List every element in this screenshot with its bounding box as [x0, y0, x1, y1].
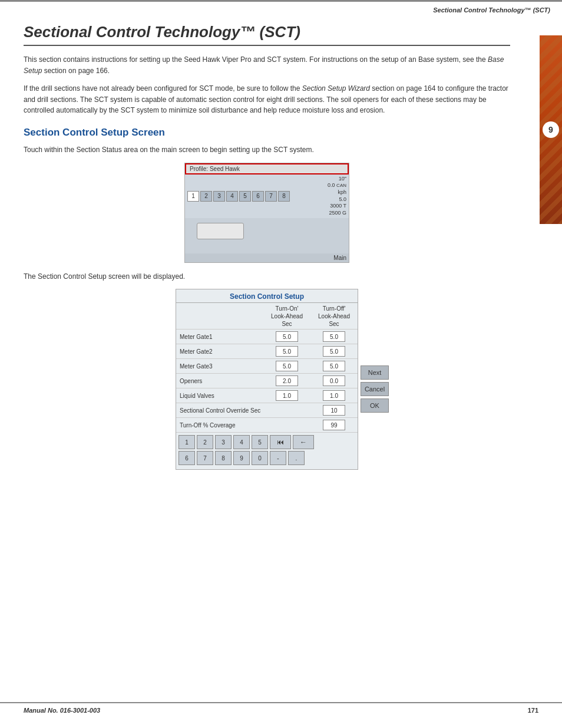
input-override[interactable]: 10: [323, 405, 345, 416]
key-backspace[interactable]: ←: [293, 435, 314, 449]
row-override-input: 10: [310, 405, 358, 416]
row-meter-gate3: Meter Gate3 5.0 5.0: [176, 358, 358, 373]
row-label-gate1: Meter Gate1: [176, 334, 263, 340]
keypad-row-1: 1 2 3 4 5 ⏮ ←: [178, 435, 355, 449]
page-footer: Manual No. 016-3001-003 171: [0, 702, 562, 717]
row-label-openers: Openers: [176, 378, 263, 384]
row-label-liquid: Liquid Valves: [176, 393, 263, 399]
mock-body: [185, 218, 349, 253]
mock-section-1: 1: [187, 191, 199, 202]
top-header: Sectional Control Technology™ (SCT): [0, 0, 562, 17]
key-dot[interactable]: .: [288, 451, 305, 465]
row-off-gate1: 5.0: [310, 331, 358, 342]
col-off-header: Turn-Off'Look-AheadSec: [310, 305, 358, 328]
body-para1: This section contains instructions for s…: [24, 54, 510, 76]
row-on-gate2: 5.0: [263, 346, 310, 357]
main-screen-mockup-container: Profile: Seed Hawk 1 2 3 4 5 6 7 8 10"0.…: [24, 163, 510, 263]
row-on-liquid: 1.0: [263, 390, 310, 401]
row-off-gate2: 5.0: [310, 346, 358, 357]
mock-right-info: 10"0.0 CANkph5.03000 T2500 G: [328, 176, 346, 217]
col-on-header: Turn-On'Look-AheadSec: [263, 305, 310, 328]
main-content: Sectional Control Technology™ (SCT) This…: [0, 17, 540, 482]
key-3[interactable]: 3: [215, 435, 232, 449]
setup-side-buttons: Next Cancel OK: [361, 289, 389, 413]
section-heading: Section Control Setup Screen: [24, 127, 510, 139]
row-label-gate2: Meter Gate2: [176, 348, 263, 355]
input-off-liquid[interactable]: 1.0: [323, 390, 345, 401]
row-label-override: Sectional Control Override Sec: [176, 407, 310, 414]
mock-screen-header: Profile: Seed Hawk: [185, 163, 349, 174]
input-on-openers[interactable]: 2.0: [276, 375, 298, 386]
row-label-turnoff: Turn-Off % Coverage: [176, 422, 310, 429]
key-dash[interactable]: -: [270, 451, 286, 465]
chapter-icon: [543, 121, 559, 138]
setup-screen: Section Control Setup Turn-On'Look-Ahead…: [176, 289, 358, 470]
key-1[interactable]: 1: [178, 435, 195, 449]
cancel-button[interactable]: Cancel: [361, 382, 389, 396]
footer-page-no: 171: [528, 707, 538, 714]
display-text: The Section Control Setup screen will be…: [24, 271, 510, 282]
next-button[interactable]: Next: [361, 365, 389, 380]
input-turnoff[interactable]: 99: [323, 420, 345, 430]
page-title: Sectional Control Technology™ (SCT): [24, 23, 510, 46]
ok-button[interactable]: OK: [361, 398, 389, 413]
mock-inner-box: [197, 223, 244, 239]
footer-manual-no: Manual No. 016-3001-003: [24, 707, 100, 714]
page-container: Sectional Control Technology™ (SCT) Sect…: [0, 0, 562, 728]
key-9[interactable]: 9: [233, 451, 250, 465]
body-para2: If the drill sections have not already b…: [24, 83, 510, 116]
input-off-gate2[interactable]: 5.0: [323, 346, 345, 357]
key-7[interactable]: 7: [197, 451, 213, 465]
keypad-row-2: 6 7 8 9 0 - .: [178, 451, 355, 465]
mock-section-4: 4: [226, 191, 238, 202]
input-on-liquid[interactable]: 1.0: [276, 390, 298, 401]
row-liquid-valves: Liquid Valves 1.0 1.0: [176, 388, 358, 403]
key-6[interactable]: 6: [178, 451, 195, 465]
setup-screen-container: Section Control Setup Turn-On'Look-Ahead…: [24, 289, 510, 470]
row-on-gate1: 5.0: [263, 331, 310, 342]
row-openers: Openers 2.0 0.0: [176, 373, 358, 388]
mock-footer-label: Main: [333, 255, 346, 261]
row-meter-gate1: Meter Gate1 5.0 5.0: [176, 329, 358, 344]
mock-header-label: Profile: Seed Hawk: [190, 166, 240, 172]
row-label-gate3: Meter Gate3: [176, 363, 263, 370]
wizard-italic: Section Setup Wizard: [302, 84, 370, 93]
mock-section-3: 3: [213, 191, 225, 202]
input-off-gate3[interactable]: 5.0: [323, 361, 345, 371]
mock-section-2: 2: [200, 191, 212, 202]
input-on-gate3[interactable]: 5.0: [276, 361, 298, 371]
key-0[interactable]: 0: [252, 451, 268, 465]
key-8[interactable]: 8: [215, 451, 232, 465]
setup-col-headers: Turn-On'Look-AheadSec Turn-Off'Look-Ahea…: [176, 303, 358, 329]
key-4[interactable]: 4: [233, 435, 250, 449]
row-turnoff-input: 99: [310, 420, 358, 430]
mock-section-8: 8: [278, 191, 290, 202]
input-off-openers[interactable]: 0.0: [323, 375, 345, 386]
row-off-liquid: 1.0: [310, 390, 358, 401]
input-on-gate2[interactable]: 5.0: [276, 346, 298, 357]
key-5[interactable]: 5: [252, 435, 268, 449]
mock-sections-row: 1 2 3 4 5 6 7 8 10"0.0 CANkph5.03000 T25…: [185, 174, 349, 218]
base-setup-italic: Base Setup: [24, 55, 504, 75]
right-sidebar: [540, 35, 562, 224]
input-on-gate1[interactable]: 5.0: [276, 331, 298, 342]
header-title: Sectional Control Technology™ (SCT): [433, 6, 550, 14]
touch-instruction: Touch within the Section Status area on …: [24, 144, 510, 156]
key-2[interactable]: 2: [197, 435, 213, 449]
row-override: Sectional Control Override Sec 10: [176, 403, 358, 417]
key-double-left[interactable]: ⏮: [270, 435, 291, 449]
mock-section-5: 5: [239, 191, 251, 202]
row-off-openers: 0.0: [310, 375, 358, 386]
input-off-gate1[interactable]: 5.0: [323, 331, 345, 342]
row-on-openers: 2.0: [263, 375, 310, 386]
setup-title: Section Control Setup: [176, 289, 358, 303]
setup-screen-wrapper: Section Control Setup Turn-On'Look-Ahead…: [176, 289, 358, 470]
row-off-gate3: 5.0: [310, 361, 358, 371]
row-turnoff: Turn-Off % Coverage 99: [176, 417, 358, 432]
main-screen-mockup: Profile: Seed Hawk 1 2 3 4 5 6 7 8 10"0.…: [184, 163, 349, 263]
mock-section-6: 6: [252, 191, 264, 202]
mock-section-7: 7: [265, 191, 277, 202]
keypad-area: 1 2 3 4 5 ⏮ ← 6 7 8 9: [176, 432, 358, 469]
mock-footer: Main: [185, 253, 349, 262]
row-on-gate3: 5.0: [263, 361, 310, 371]
